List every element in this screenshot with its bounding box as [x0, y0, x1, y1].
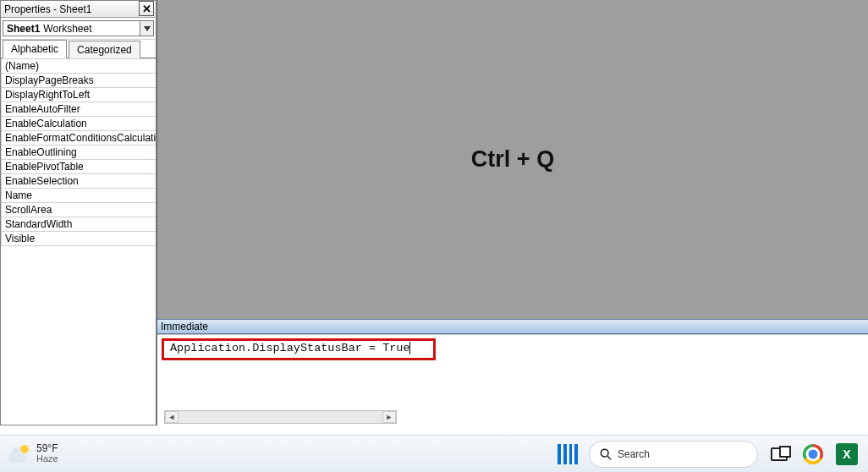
text-caret — [409, 342, 410, 354]
svg-line-1 — [607, 456, 611, 459]
shortcut-overlay-label: Ctrl + Q — [471, 146, 554, 173]
excel-icon: X — [836, 443, 858, 465]
tab-categorized[interactable]: Categorized — [69, 41, 140, 58]
property-name: EnablePivotTable — [2, 160, 157, 174]
tab-alphabetic[interactable]: Alphabetic — [3, 40, 67, 58]
property-row[interactable]: EnableFormatConditionsCalculationTrue — [2, 131, 157, 145]
search-icon — [600, 448, 612, 460]
property-name: Visible — [2, 232, 157, 246]
property-row[interactable]: StandardWidth8.43 — [2, 217, 157, 232]
property-name: StandardWidth — [2, 217, 157, 232]
taskbar-search-placeholder: Search — [618, 448, 650, 460]
chevron-down-icon — [144, 26, 151, 31]
taskbar-excel-button[interactable]: X — [834, 442, 860, 467]
properties-tabs: Alphabetic Categorized — [1, 40, 156, 58]
taskbar-weather-widget[interactable]: 59°F Haze — [8, 443, 58, 465]
property-name: EnableFormatConditionsCalculation — [2, 131, 157, 145]
properties-grid: (Name)Sheet1DisplayPageBreaksFalseDispla… — [1, 58, 156, 425]
immediate-window-titlebar: Immediate — [157, 319, 868, 334]
task-view-icon — [771, 447, 788, 461]
properties-panel: Properties - Sheet1 ✕ Sheet1 Worksheet A… — [0, 0, 157, 425]
properties-object-type: Worksheet — [43, 23, 91, 35]
properties-object-dropdown[interactable]: Sheet1 Worksheet — [3, 20, 154, 36]
property-row[interactable]: EnableAutoFilterFalse — [2, 102, 157, 117]
property-name: EnableOutlining — [2, 145, 157, 160]
taskbar-chrome-button[interactable] — [800, 442, 826, 467]
property-row[interactable]: NameSheet1 — [2, 189, 157, 203]
property-row[interactable]: EnableCalculationTrue — [2, 117, 157, 131]
scroll-left-arrow[interactable]: ◄ — [165, 411, 179, 423]
weather-condition: Haze — [36, 454, 58, 464]
property-name: EnableSelection — [2, 174, 157, 189]
properties-object-name: Sheet1 — [7, 23, 40, 35]
property-row[interactable]: EnablePivotTableFalse — [2, 160, 157, 174]
property-name: EnableCalculation — [2, 117, 157, 131]
chrome-icon — [803, 444, 823, 464]
close-icon: ✕ — [142, 3, 151, 14]
svg-point-0 — [601, 449, 608, 457]
taskbar: 59°F Haze Search X — [0, 435, 868, 472]
immediate-input-text[interactable]: Application.DisplayStatusBar = True — [170, 342, 410, 354]
property-row[interactable]: DisplayRightToLeftFalse — [2, 88, 157, 102]
code-pane: Ctrl + Q — [157, 0, 868, 319]
properties-object-row: Sheet1 Worksheet — [1, 18, 156, 40]
property-row[interactable]: ScrollArea — [2, 203, 157, 217]
immediate-window-title: Immediate — [161, 321, 208, 332]
property-row[interactable]: EnableOutliningFalse — [2, 145, 157, 160]
property-name: DisplayPageBreaks — [2, 74, 157, 88]
property-name: DisplayRightToLeft — [2, 88, 157, 102]
property-name: EnableAutoFilter — [2, 102, 157, 117]
task-view-button[interactable] — [766, 442, 792, 467]
property-row[interactable]: Visible-1 - xlSheetVisible — [2, 232, 157, 246]
start-button[interactable] — [555, 442, 580, 467]
properties-close-button[interactable]: ✕ — [139, 1, 154, 16]
property-name: Name — [2, 189, 157, 203]
property-name: ScrollArea — [2, 203, 157, 217]
property-name: (Name) — [2, 59, 157, 74]
dropdown-button[interactable] — [140, 21, 153, 36]
property-row[interactable]: DisplayPageBreaksFalse — [2, 74, 157, 88]
taskbar-search[interactable]: Search — [589, 441, 758, 468]
properties-titlebar: Properties - Sheet1 ✕ — [1, 1, 156, 18]
immediate-window[interactable]: Application.DisplayStatusBar = True ◄ ► — [157, 334, 868, 425]
property-row[interactable]: (Name)Sheet1 — [2, 59, 157, 74]
right-area: Ctrl + Q Immediate Application.DisplaySt… — [157, 0, 868, 425]
weather-icon — [8, 443, 30, 465]
weather-text: 59°F Haze — [36, 443, 58, 464]
scroll-right-arrow[interactable]: ► — [382, 411, 396, 423]
immediate-horizontal-scrollbar[interactable]: ◄ ► — [164, 410, 397, 424]
properties-title: Properties - Sheet1 — [3, 3, 91, 15]
property-row[interactable]: EnableSelection0 - xlNoRestrictions — [2, 174, 157, 189]
